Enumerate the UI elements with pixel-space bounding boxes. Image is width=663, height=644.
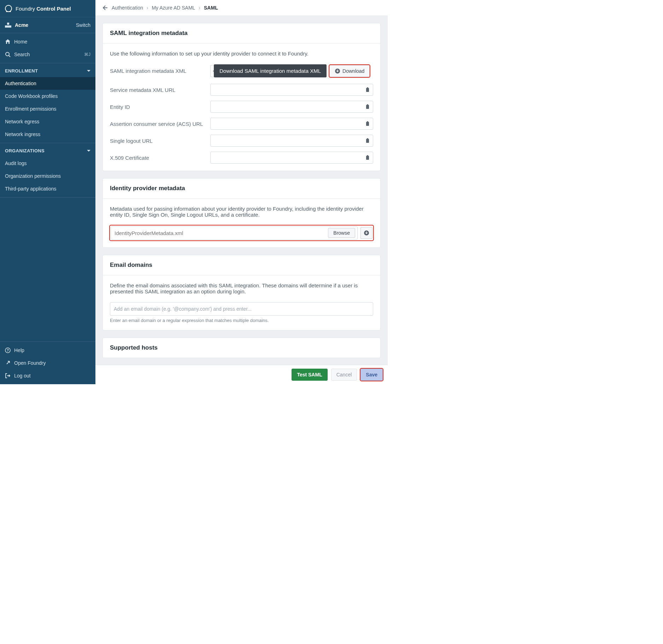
browse-button[interactable]: Browse [328,228,355,238]
clipboard-icon[interactable] [365,121,370,127]
back-arrow-icon[interactable] [102,5,108,11]
nav-search[interactable]: Search ⌘J [0,48,95,61]
breadcrumb-provider[interactable]: My Azure AD SAML [152,5,195,11]
slo-url-input[interactable] [210,135,373,147]
nav-open-foundry[interactable]: Open Foundry [0,357,95,369]
idp-download-button[interactable] [360,227,372,239]
svg-rect-6 [367,87,368,88]
nav-org-permissions[interactable]: Organization permissions [0,170,95,182]
svg-rect-5 [366,88,369,92]
nav-org-audit-logs[interactable]: Audit logs [0,157,95,170]
email-domain-hint: Enter an email domain or a regular expre… [110,318,373,323]
test-saml-button[interactable]: Test SAML [292,369,327,381]
cancel-button[interactable]: Cancel [331,369,357,381]
saml-metadata-card: SAML integration metadata Use the follow… [102,23,381,171]
nav-group-enrollment[interactable]: ENROLLMENT [0,63,95,77]
chevron-down-icon [87,70,90,72]
cert-input[interactable] [210,152,373,164]
main: Authentication › My Azure AD SAML › SAML… [95,0,388,384]
breadcrumb-current: SAML [204,5,218,11]
clipboard-icon[interactable] [365,87,370,93]
footer-actions: Test SAML Cancel Save [95,365,388,384]
saml-xml-label: SAML integration metadata XML [110,68,205,74]
svg-rect-8 [367,104,368,105]
nav-enrollment-code-workbook[interactable]: Code Workbook profiles [0,90,95,103]
nav-enrollment-ingress[interactable]: Network ingress [0,128,95,141]
external-link-icon [5,360,11,366]
idp-file-input[interactable] [115,230,325,236]
nav-home[interactable]: Home [0,35,95,48]
svg-rect-11 [366,139,369,143]
service-url-input[interactable] [210,84,373,96]
svg-rect-9 [366,122,369,126]
supported-hosts-header: Supported hosts [103,338,380,358]
svg-rect-12 [367,138,368,139]
idp-metadata-desc: Metadata used for passing information ab… [110,206,373,218]
help-icon: ? [5,347,11,353]
download-tooltip: Download SAML integration metadata XML [214,64,327,77]
saml-metadata-header: SAML integration metadata [103,23,380,43]
supported-hosts-card: Supported hosts [102,338,381,358]
org-icon [5,23,11,28]
nav-group-organizations[interactable]: ORGANIZATIONS [0,143,95,157]
svg-text:?: ? [7,349,9,352]
org-name: Acme [15,22,28,28]
svg-rect-13 [366,156,369,160]
org-switcher[interactable]: Acme Switch [0,17,95,33]
clipboard-icon[interactable] [365,155,370,160]
svg-line-1 [9,55,10,57]
search-shortcut: ⌘J [84,52,90,57]
nav-enrollment-egress[interactable]: Network egress [0,115,95,128]
save-button[interactable]: Save [360,369,383,381]
breadcrumb: Authentication › My Azure AD SAML › SAML [95,0,388,16]
nav-help[interactable]: ? Help [0,344,95,357]
nav-enrollment-authentication[interactable]: Authentication [0,77,95,90]
email-domains-card: Email domains Define the email domains a… [102,255,381,330]
sidebar: Foundry Control Panel Acme Switch Home [0,0,95,384]
nav-enrollment-permissions[interactable]: Enrollment permissions [0,103,95,115]
nav-log-out[interactable]: Log out [0,369,95,382]
home-icon [5,39,11,45]
email-domains-header: Email domains [103,255,380,275]
chevron-down-icon [87,150,90,152]
saml-metadata-desc: Use the following information to set up … [110,51,373,57]
foundry-logo-icon [5,5,12,12]
email-domain-input[interactable] [110,302,373,316]
email-domains-desc: Define the email domains associated with… [110,282,373,294]
svg-point-0 [6,52,9,56]
chevron-right-icon: › [199,5,200,11]
logout-icon [5,373,11,379]
search-icon [5,52,11,57]
clipboard-icon[interactable] [365,138,370,144]
idp-file-input-row: Browse [111,226,358,240]
brand-text: Foundry Control Panel [16,6,71,12]
chevron-right-icon: › [147,5,148,11]
svg-rect-14 [367,155,368,156]
nav-org-third-party[interactable]: Third-party applications [0,182,95,195]
clipboard-icon[interactable] [365,104,370,110]
entity-id-label: Entity ID [110,104,205,110]
service-url-label: Service metadata XML URL [110,87,205,93]
breadcrumb-authentication[interactable]: Authentication [112,5,143,11]
entity-id-input[interactable] [210,101,373,113]
acs-url-input[interactable] [210,118,373,130]
svg-rect-10 [367,121,368,122]
org-switch-link[interactable]: Switch [76,22,90,28]
brand: Foundry Control Panel [0,0,95,17]
saml-xml-input: < [210,65,214,77]
download-icon [335,68,340,74]
cert-label: X.509 Certificate [110,155,205,161]
idp-metadata-header: Identity provider metadata [103,178,380,199]
download-icon [364,230,369,236]
slo-url-label: Single logout URL [110,138,205,144]
svg-rect-7 [366,105,369,109]
download-button[interactable]: Download [329,65,370,77]
idp-metadata-card: Identity provider metadata Metadata used… [102,178,381,248]
acs-url-label: Assertion consumer service (ACS) URL [110,121,205,127]
